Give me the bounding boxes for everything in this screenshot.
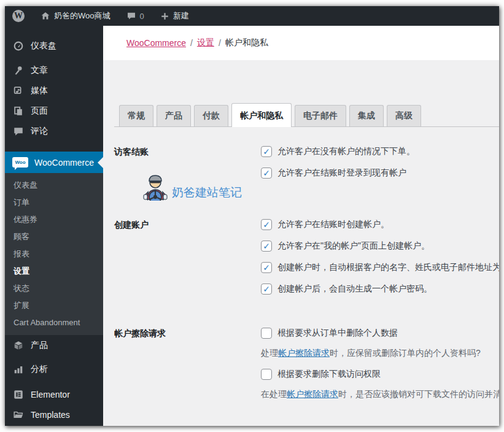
admin-sidebar-menu: 仪表盘 文章: [5, 26, 103, 426]
description-text: 在处理: [261, 389, 287, 399]
comments-menu[interactable]: 0: [126, 11, 144, 21]
wordpress-logo-menu[interactable]: W: [12, 10, 25, 22]
tab-general[interactable]: 常规: [119, 105, 153, 126]
tab-emails[interactable]: 电子邮件: [295, 105, 346, 126]
folder-icon: [12, 409, 25, 421]
submenu-item-settings[interactable]: 设置: [5, 263, 103, 280]
submenu-item-status[interactable]: 状态: [5, 280, 103, 297]
woo-bubble-icon: Woo: [12, 157, 28, 168]
sidebar-item-dashboard[interactable]: 仪表盘: [5, 36, 103, 56]
submenu-item-orders[interactable]: 订单: [5, 194, 103, 211]
section-label: 访客结账: [103, 145, 261, 188]
sidebar-item-label: WooCommerce: [34, 158, 94, 168]
pages-icon: [12, 105, 25, 117]
woocommerce-submenu: 仪表盘 订单 优惠券 顾客 报表 设置 状态 扩展 Cart Abandonme…: [5, 173, 103, 335]
checkbox-label: 创建帐户后，会自动生成一个帐户密码。: [277, 284, 432, 295]
breadcrumb-current: 帐户和隐私: [225, 37, 268, 48]
site-name-label: 奶爸的Woo商城: [54, 10, 110, 21]
checkbox-create-at-checkout[interactable]: ✓: [261, 219, 272, 230]
checkmark-icon: ✓: [263, 220, 270, 229]
checkbox-row: ✓ 允许客户在"我的帐户"页面上创建帐户。: [261, 240, 499, 252]
sidebar-item-label: 评论: [31, 126, 48, 137]
submenu-item-reports[interactable]: 报表: [5, 245, 103, 263]
current-menu-arrow: [98, 157, 103, 168]
sidebar-item-label: 分析: [31, 364, 48, 375]
checkbox-auto-password[interactable]: ✓: [261, 284, 272, 295]
checkbox-row: 根据要求从订单中删除个人数据: [261, 327, 499, 339]
tab-payments[interactable]: 付款: [194, 105, 228, 126]
checkbox-login-at-checkout[interactable]: ✓: [261, 168, 272, 179]
sidebar-item-products[interactable]: 产品: [5, 335, 103, 355]
checkbox-row: ✓ 创建帐户后，会自动生成一个帐户密码。: [261, 283, 499, 295]
comment-bubble-icon: [126, 11, 136, 21]
sidebar-item-posts[interactable]: 文章: [5, 60, 103, 80]
sidebar-item-elementor[interactable]: Elementor: [5, 384, 103, 404]
setting-description: 处理帐户擦除请求时，应保留或删除订单内的个人资料吗?: [261, 348, 499, 359]
elementor-icon: [12, 388, 25, 401]
submenu-item-coupons[interactable]: 优惠券: [5, 211, 103, 228]
new-content-label: 新建: [173, 10, 189, 21]
sidebar-item-label: 媒体: [31, 85, 48, 96]
new-content-menu[interactable]: 新建: [160, 10, 189, 21]
breadcrumb-separator: /: [190, 38, 193, 48]
main-content: WooCommerce / 设置 / 帐户和隐私 常规 产品 付款 帐户和隐私 …: [103, 26, 499, 426]
checkmark-icon: ✓: [263, 285, 270, 293]
checkbox-remove-order-data[interactable]: [261, 328, 272, 339]
submenu-item-cart-abandonment[interactable]: Cart Abandonment: [5, 314, 103, 331]
sidebar-item-pages[interactable]: 页面: [5, 101, 103, 121]
setting-description: 在处理帐户擦除请求时，是否应该撤销对可下载文件的访问并清: [261, 389, 499, 400]
erasure-request-link[interactable]: 帐户擦除请求: [278, 348, 330, 358]
section-label: 帐户擦除请求: [103, 327, 261, 409]
sidebar-item-label: 页面: [31, 106, 48, 117]
sidebar-item-label: Templates: [31, 410, 70, 420]
section-label: 创建账户: [103, 218, 261, 304]
checkmark-icon: ✓: [263, 242, 270, 250]
description-text: 时，是否应该撤销对可下载文件的访问并清: [338, 389, 499, 399]
breadcrumb-separator: /: [219, 38, 221, 48]
checkbox-row: ✓ 创建帐户时，自动根据客户的名字、姓氏或电子邮件地址为: [261, 261, 499, 274]
sidebar-item-media[interactable]: 媒体: [5, 80, 103, 101]
sidebar-item-label: 仪表盘: [31, 40, 56, 52]
screenshot-frame: W 奶爸的Woo商城 0 新建: [0, 0, 504, 432]
checkbox-auto-username[interactable]: ✓: [261, 262, 272, 273]
tab-integration[interactable]: 集成: [349, 105, 384, 126]
site-name-link[interactable]: 奶爸的Woo商城: [41, 10, 110, 21]
checkbox-label: 根据要求从订单中删除个人数据: [277, 328, 398, 339]
tab-accounts-privacy[interactable]: 帐户和隐私: [231, 103, 292, 127]
bar-chart-icon: [12, 363, 25, 376]
checkbox-revoke-download-access[interactable]: [261, 369, 272, 380]
gauge-icon: [12, 40, 25, 52]
checkmark-icon: ✓: [263, 169, 270, 177]
checkbox-row: ✓ 允许客户在没有帐户的情况下下单。: [261, 145, 499, 158]
checkbox-label: 允许客户在"我的帐户"页面上创建帐户。: [277, 241, 430, 252]
sidebar-item-label: 产品: [31, 340, 48, 351]
breadcrumb-link-woocommerce[interactable]: WooCommerce: [126, 38, 186, 48]
description-text: 处理: [261, 348, 278, 358]
sidebar-item-comments[interactable]: 评论: [5, 121, 103, 141]
box-icon: [12, 339, 25, 352]
checkbox-row: ✓ 允许客户在结账时创建帐户。: [261, 218, 499, 231]
checkbox-create-on-account-page[interactable]: ✓: [261, 241, 272, 252]
pin-icon: [12, 64, 25, 77]
submenu-item-dashboard[interactable]: 仪表盘: [5, 177, 103, 194]
description-text: 时，应保留或删除订单内的个人资料吗?: [330, 348, 481, 358]
checkbox-label: 允许客户在结账时登录到现有帐户: [277, 168, 406, 179]
section-guest-checkout: 访客结账 ✓ 允许客户在没有帐户的情况下下单。 ✓ 允许客户在结账时登录到现有帐…: [103, 145, 499, 188]
sidebar-item-templates[interactable]: Templates: [5, 404, 103, 425]
submenu-item-extensions[interactable]: 扩展: [5, 297, 103, 314]
sidebar-item-woocommerce[interactable]: Woo WooCommerce: [5, 152, 103, 173]
tab-products[interactable]: 产品: [157, 105, 191, 126]
erasure-request-link[interactable]: 帐户擦除请求: [287, 389, 338, 399]
sidebar-item-label: 文章: [31, 65, 48, 76]
checkbox-row: 根据要求删除下载访问权限: [261, 368, 499, 380]
tab-advanced[interactable]: 高级: [387, 105, 421, 126]
plus-icon: [160, 12, 169, 21]
checkbox-label: 允许客户在结账时创建帐户。: [277, 219, 389, 230]
sidebar-item-analytics[interactable]: 分析: [5, 359, 103, 379]
browser-viewport: W 奶爸的Woo商城 0 新建: [5, 6, 499, 426]
checkmark-icon: ✓: [263, 263, 270, 272]
checkbox-guest-orders[interactable]: ✓: [261, 146, 272, 157]
breadcrumb-link-settings[interactable]: 设置: [197, 37, 214, 48]
submenu-item-customers[interactable]: 顾客: [5, 228, 103, 245]
section-account-creation: 创建账户 ✓ 允许客户在结账时创建帐户。 ✓ 允许客户在"我的帐户"页面上创建帐…: [103, 218, 499, 304]
